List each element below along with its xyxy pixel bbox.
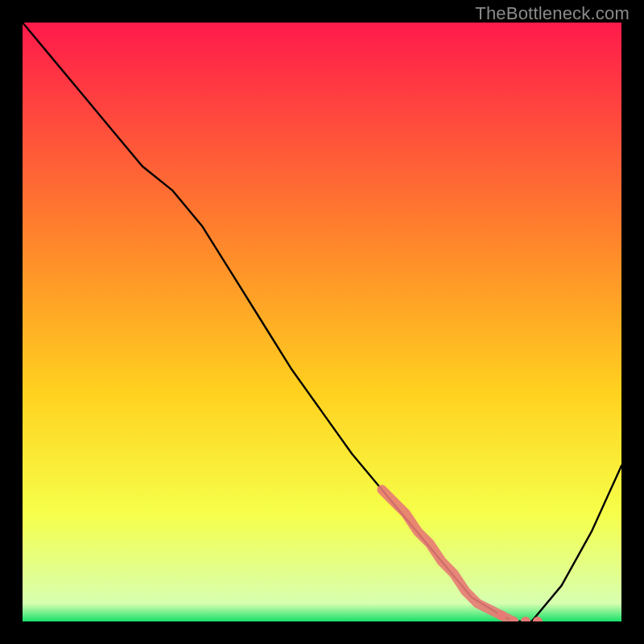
chart-frame: TheBottleneck.com xyxy=(0,0,644,644)
watermark-text: TheBottleneck.com xyxy=(475,3,630,24)
gradient-background xyxy=(23,23,621,621)
plot-area xyxy=(23,23,621,621)
highlight-dot xyxy=(497,611,506,621)
plot-svg xyxy=(23,23,621,621)
